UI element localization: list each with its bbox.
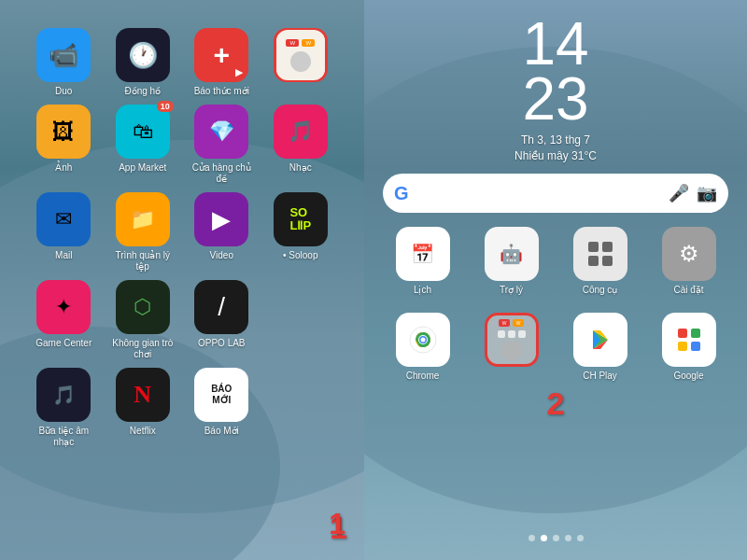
gamecenter-icon: ✦ bbox=[36, 280, 91, 334]
page-indicator bbox=[383, 535, 728, 551]
gamecenter-label: Game Center bbox=[35, 338, 92, 349]
widget-dot-orange: W bbox=[302, 39, 315, 47]
svg-rect-0 bbox=[588, 242, 599, 252]
app-photo[interactable]: 🖼 Ảnh bbox=[28, 105, 100, 185]
alarm-icon: + ▶ bbox=[194, 28, 248, 82]
widget-dot-red: W bbox=[286, 39, 299, 47]
soloop-icon: SOLⅡP bbox=[274, 192, 328, 246]
music-icon: 🎵 bbox=[274, 105, 328, 159]
svg-rect-1 bbox=[602, 242, 613, 252]
step2-number: 2 bbox=[383, 385, 728, 422]
chplay-label: CH Play bbox=[583, 371, 617, 382]
app-google[interactable]: Google bbox=[649, 313, 728, 382]
bottom-apps-row: Chrome W W bbox=[383, 313, 728, 382]
calendar-label: Lịch bbox=[414, 285, 431, 296]
svg-rect-3 bbox=[602, 256, 613, 266]
google-label: Google bbox=[673, 371, 703, 382]
photo-label: Ảnh bbox=[55, 162, 72, 174]
time-minute: 23 bbox=[522, 65, 588, 133]
app-video[interactable]: ▶ Video bbox=[186, 192, 258, 273]
oppolab-label: OPPO LAB bbox=[198, 338, 246, 349]
app-coloros[interactable]: ⬡ Không gian trò chơi bbox=[107, 280, 179, 360]
svg-rect-12 bbox=[678, 329, 687, 338]
step-1-label: 1 bbox=[329, 507, 345, 541]
clock-icon: 🕐 bbox=[116, 28, 170, 82]
calendar-icon: 📅 bbox=[396, 227, 450, 281]
widget-circle bbox=[290, 51, 311, 72]
settings-label: Cài đặt bbox=[673, 285, 703, 296]
app-themes[interactable]: 💎 Cửa hàng chủ đề bbox=[186, 105, 258, 185]
app-oppolab[interactable]: / OPPO LAB bbox=[186, 280, 258, 360]
duo-icon: 📹 bbox=[36, 28, 91, 82]
svg-rect-2 bbox=[588, 256, 599, 266]
party-label: Bữa tiệc âm nhạc bbox=[31, 426, 96, 448]
app-clock[interactable]: 🕐 Đồng hồ bbox=[107, 28, 179, 97]
app-calendar[interactable]: 📅 Lịch bbox=[383, 227, 462, 296]
widget2-icon: W W bbox=[485, 313, 539, 367]
dot-4 bbox=[565, 535, 571, 541]
netflix-icon: N bbox=[116, 368, 170, 422]
video-icon: ▶ bbox=[194, 192, 248, 246]
music-label: Nhạc bbox=[289, 162, 312, 174]
app-mail[interactable]: ✉ Mail bbox=[28, 192, 100, 273]
mail-icon: ✉ bbox=[36, 192, 91, 246]
clock-label: Đồng hồ bbox=[124, 86, 161, 97]
app-alarm[interactable]: + ▶ Báo thức mới bbox=[186, 28, 258, 97]
app-music[interactable]: 🎵 Nhạc bbox=[265, 105, 337, 185]
app-soloop[interactable]: SOLⅡP • Soloop bbox=[265, 192, 337, 273]
appmarket-label: App Market bbox=[119, 162, 166, 174]
app-files[interactable]: 📁 Trình quản lý tệp bbox=[107, 192, 179, 273]
baomoi-label: Báo Mới bbox=[204, 426, 239, 437]
video-label: Video bbox=[210, 250, 233, 261]
themes-label: Cửa hàng chủ đề bbox=[189, 162, 254, 185]
right-panel: 14 23 Th 3, 13 thg 7 Nhiều mây 31°C G 🎤 … bbox=[364, 0, 747, 560]
svg-rect-15 bbox=[691, 342, 700, 351]
photo-icon: 🖼 bbox=[36, 105, 91, 159]
svg-rect-13 bbox=[691, 329, 700, 338]
dot-3 bbox=[553, 535, 559, 541]
app-widget1[interactable]: W W bbox=[265, 28, 337, 97]
tools-label: Công cụ bbox=[583, 285, 618, 296]
app-empty bbox=[265, 280, 337, 360]
app-chrome[interactable]: Chrome bbox=[383, 313, 462, 382]
coloros-icon: ⬡ bbox=[116, 280, 170, 334]
top-apps-row1: 📅 Lịch 🤖 Trợ lý bbox=[383, 227, 728, 296]
weather-display: Nhiều mây 31°C bbox=[383, 149, 728, 162]
alarm-label: Báo thức mới bbox=[194, 86, 249, 97]
themes-icon: 💎 bbox=[194, 105, 248, 159]
app-tools[interactable]: Công cụ bbox=[560, 227, 640, 296]
oppolab-icon: / bbox=[194, 280, 248, 334]
assistant-icon: 🤖 bbox=[485, 227, 539, 281]
mail-label: Mail bbox=[55, 250, 72, 261]
dot-2 bbox=[541, 535, 547, 541]
left-panel: 1 📹 Duo 🕐 Đồng hồ + ▶ Báo thức mới bbox=[0, 0, 364, 560]
chrome-icon bbox=[396, 313, 450, 367]
app-party[interactable]: 🎵 Bữa tiệc âm nhạc bbox=[28, 368, 100, 448]
netflix-label: Netflix bbox=[130, 426, 156, 437]
app-chplay[interactable]: CH Play bbox=[560, 313, 640, 382]
app-netflix[interactable]: N Netflix bbox=[107, 368, 179, 448]
assistant-label: Trợ lý bbox=[500, 285, 523, 296]
app-gamecenter[interactable]: ✦ Game Center bbox=[28, 280, 100, 360]
svg-point-7 bbox=[420, 338, 425, 343]
minute-display: 23 bbox=[383, 69, 728, 129]
lens-icon[interactable]: 📷 bbox=[697, 183, 717, 203]
app-assistant[interactable]: 🤖 Trợ lý bbox=[472, 227, 551, 296]
appmarket-icon: 🛍 10 bbox=[116, 105, 170, 159]
app-duo[interactable]: 📹 Duo bbox=[28, 28, 100, 97]
coloros-label: Không gian trò chơi bbox=[110, 338, 176, 360]
soloop-label: • Soloop bbox=[283, 250, 317, 261]
left-apps-grid: 📹 Duo 🕐 Đồng hồ + ▶ Báo thức mới W bbox=[19, 19, 345, 457]
app-baomoi[interactable]: BÁOMỚI Báo Mới bbox=[186, 368, 258, 448]
files-label: Trình quản lý tệp bbox=[110, 250, 176, 273]
app-widget2[interactable]: W W bbox=[472, 313, 551, 382]
microphone-icon[interactable]: 🎤 bbox=[669, 183, 689, 203]
duo-label: Duo bbox=[55, 86, 72, 97]
baomoi-icon: BÁOMỚI bbox=[194, 368, 248, 422]
app-appmarket[interactable]: 🛍 10 App Market bbox=[107, 105, 179, 185]
dot-5 bbox=[577, 535, 584, 541]
search-bar[interactable]: G 🎤 📷 bbox=[383, 174, 728, 213]
app-settings[interactable]: ⚙ Cài đặt bbox=[649, 227, 728, 296]
google-icon bbox=[662, 313, 716, 367]
files-icon: 📁 bbox=[116, 192, 170, 246]
